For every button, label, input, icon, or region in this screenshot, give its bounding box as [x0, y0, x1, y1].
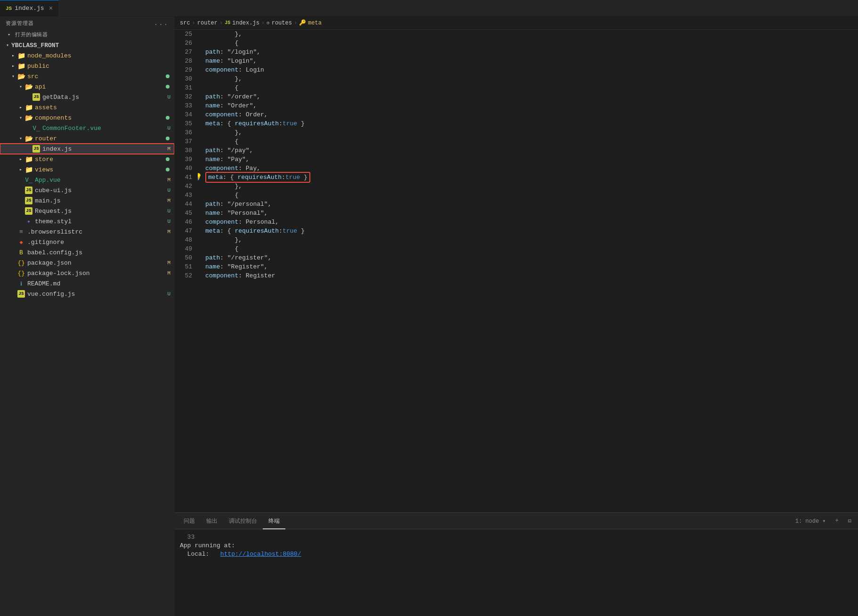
getData-js-badge: U	[167, 94, 170, 100]
code-line: name: "Order",	[205, 101, 858, 110]
code-line: path: "/order",	[205, 92, 858, 101]
gitignore-label: .gitignore	[27, 239, 174, 246]
public-label: public	[27, 63, 174, 70]
code-line: name: "Personal",	[205, 209, 858, 218]
line-number: 41	[178, 173, 192, 182]
sidebar-item-App-vue[interactable]: V̲ App.vue M	[0, 175, 174, 185]
tab-index-js[interactable]: JS index.js ×	[0, 0, 59, 16]
js-icon: JS	[24, 186, 33, 195]
code-line: name: "Login",	[205, 57, 858, 65]
panel-tab-output[interactable]: 输出	[201, 513, 223, 529]
js-icon: JS	[24, 196, 33, 205]
vue-config-js-label: vue.config.js	[27, 291, 167, 298]
App-vue-badge: M	[167, 177, 170, 183]
sidebar-item-assets[interactable]: 📁 assets	[0, 102, 174, 113]
sidebar-item-components[interactable]: 📂 components	[0, 113, 174, 123]
code-line: {	[205, 39, 858, 48]
line-number: 31	[178, 83, 192, 92]
line-number: 44	[178, 200, 192, 209]
sidebar-item-cube-ui-js[interactable]: JS cube-ui.js U	[0, 185, 174, 195]
sidebar-item-main-js[interactable]: JS main.js M	[0, 195, 174, 206]
sidebar-item-views[interactable]: 📁 views	[0, 164, 174, 175]
code-line: 💡 meta: { requiresAuth:true }	[205, 173, 858, 182]
terminal-selector[interactable]: 1: node ▾	[793, 517, 829, 526]
node-modules-chevron	[9, 52, 17, 59]
line-number: 51	[178, 262, 192, 271]
sidebar-item-README-md[interactable]: ℹ README.md	[0, 278, 174, 289]
code-line: },	[205, 235, 858, 244]
index-js-badge: M	[167, 146, 170, 152]
code-line: {	[205, 244, 858, 253]
assets-chevron	[17, 104, 24, 111]
vue-icon: V̲	[24, 176, 33, 184]
sidebar-item-root[interactable]: YBCLASS_FRONT	[0, 40, 174, 50]
tab-label: index.js	[15, 5, 44, 12]
Request-js-label: Request.js	[35, 208, 167, 215]
browserslistrc-label: .browserslistrc	[27, 228, 167, 235]
line-number: 32	[178, 92, 192, 101]
terminal-link-local[interactable]: http://localhost:8080/	[220, 551, 301, 558]
main-layout: 资源管理器 ... 打开的编辑器 YBCLASS_FRONT 📁 node_mo…	[0, 16, 858, 616]
line-number: 42	[178, 182, 192, 191]
tab-bar: JS index.js ×	[0, 0, 858, 16]
line-number: 28	[178, 57, 192, 65]
sidebar-menu-button[interactable]: ...	[154, 19, 169, 27]
code-line: component: Order,	[205, 110, 858, 119]
sidebar-items: 📁 node_modules 📁 public 📂 src 📂 api	[0, 50, 174, 616]
code-line: path: "/register",	[205, 253, 858, 262]
sidebar-item-Request-js[interactable]: JS Request.js U	[0, 206, 174, 216]
main-js-badge: M	[167, 198, 170, 203]
line-number: 38	[178, 146, 192, 155]
Request-js-badge: U	[167, 208, 170, 214]
sidebar-item-babel-config-js[interactable]: B babel.config.js	[0, 247, 174, 258]
lightbulb-icon[interactable]: 💡	[198, 173, 202, 182]
CommonFooter-badge: U	[167, 125, 170, 131]
code-editor[interactable]: 2526272829303132333435363738394041424344…	[174, 30, 858, 512]
panel-tab-terminal[interactable]: 终端	[263, 513, 285, 529]
folder-icon: 📁	[24, 155, 33, 163]
panel-tab-problems[interactable]: 问题	[178, 513, 201, 529]
sidebar-item-package-lock-json[interactable]: {} package-lock.json M	[0, 268, 174, 278]
terminal-content[interactable]: 33 App running at: Local: http://localho…	[174, 529, 858, 616]
sidebar-item-src[interactable]: 📂 src	[0, 71, 174, 81]
tab-close-button[interactable]: ×	[49, 5, 53, 12]
new-terminal-button[interactable]: +	[833, 517, 842, 525]
code-line: },	[205, 74, 858, 83]
sidebar-item-browserslistrc[interactable]: ≡ .browserslistrc M	[0, 227, 174, 237]
package-json-label: package.json	[27, 259, 167, 267]
router-label: router	[35, 135, 166, 142]
sidebar-item-api[interactable]: 📂 api	[0, 81, 174, 92]
sidebar-item-index-js[interactable]: JS index.js M	[0, 144, 174, 154]
sidebar-item-gitignore[interactable]: ◆ .gitignore	[0, 237, 174, 247]
line-number: 48	[178, 235, 192, 244]
sidebar-item-node-modules[interactable]: 📁 node_modules	[0, 50, 174, 61]
open-editors-label: 打开的编辑器	[15, 31, 48, 38]
folder-open-icon: 📂	[17, 72, 25, 81]
App-vue-label: App.vue	[35, 177, 167, 184]
api-dot-badge	[166, 85, 170, 89]
open-editors-section[interactable]: 打开的编辑器	[0, 29, 174, 40]
sidebar-item-store[interactable]: 📁 store	[0, 154, 174, 164]
code-content[interactable]: }, { path: "/login", name: "Login", comp…	[198, 30, 858, 512]
line-number: 36	[178, 128, 192, 137]
src-label: src	[27, 73, 166, 80]
components-chevron	[17, 114, 24, 122]
panel-tab-debug[interactable]: 调试控制台	[223, 513, 263, 529]
breadcrumb-routes: routes	[272, 20, 292, 26]
code-line: component: Login	[205, 65, 858, 74]
sidebar-item-package-json[interactable]: {} package.json M	[0, 258, 174, 268]
folder-icon: 📁	[17, 51, 25, 60]
sidebar-item-CommonFooter-vue[interactable]: V̲ CommonFooter.vue U	[0, 123, 174, 133]
sidebar-item-public[interactable]: 📁 public	[0, 61, 174, 71]
js-icon: JS	[24, 207, 33, 215]
node-modules-label: node_modules	[27, 52, 174, 59]
sidebar-item-router[interactable]: 📂 router	[0, 133, 174, 144]
index-js-label: index.js	[42, 146, 167, 153]
sidebar-item-getData-js[interactable]: JS getData.js U	[0, 92, 174, 102]
split-terminal-button[interactable]: ⊟	[845, 517, 854, 526]
sidebar-item-vue-config-js[interactable]: JS vue.config.js U	[0, 289, 174, 299]
router-chevron	[17, 135, 24, 142]
sidebar-title: 资源管理器	[6, 20, 33, 27]
root-label: YBCLASS_FRONT	[11, 42, 174, 49]
sidebar-item-theme-styl[interactable]: ✦ theme.styl U	[0, 216, 174, 227]
